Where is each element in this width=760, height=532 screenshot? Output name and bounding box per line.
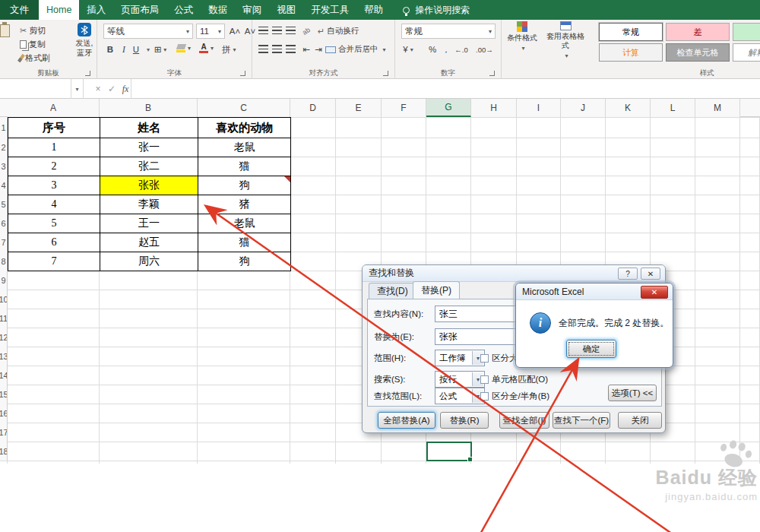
row-header-12[interactable]: 12 bbox=[0, 328, 8, 347]
cell-B7[interactable]: 赵五 bbox=[100, 233, 198, 252]
help-button[interactable]: ? bbox=[618, 268, 638, 280]
name-box-dropdown[interactable]: ▾ bbox=[71, 79, 84, 99]
column-header-C[interactable]: C bbox=[198, 99, 290, 117]
comma-style-button[interactable]: ， bbox=[439, 42, 453, 57]
column-header-D[interactable]: D bbox=[290, 99, 336, 117]
column-header-J[interactable]: J bbox=[561, 99, 606, 117]
increase-decimal-button[interactable]: ←.0 bbox=[454, 42, 468, 57]
align-bottom-icon[interactable] bbox=[286, 27, 296, 35]
row-header-18[interactable]: 18 bbox=[0, 442, 8, 461]
orientation-button[interactable]: ab bbox=[296, 21, 316, 42]
row-header-7[interactable]: 7 bbox=[0, 233, 8, 252]
copy-button[interactable]: 复制 bbox=[20, 39, 46, 50]
percent-style-button[interactable]: % bbox=[426, 42, 439, 57]
cell-A2[interactable]: 1 bbox=[8, 138, 100, 157]
column-header-E[interactable]: E bbox=[336, 99, 382, 117]
row-header-3[interactable]: 3 bbox=[0, 157, 8, 176]
cell-B5[interactable]: 李颖 bbox=[100, 195, 198, 214]
accounting-format-button[interactable]: ¥▾ bbox=[401, 42, 415, 57]
format-painter-button[interactable]: 格式刷 bbox=[20, 52, 50, 64]
tab-help[interactable]: 帮助 bbox=[356, 0, 391, 20]
tab-developer[interactable]: 开发工具 bbox=[303, 0, 356, 20]
match-cell-checkbox[interactable]: 单元格匹配(O) bbox=[480, 374, 548, 385]
cell-A6[interactable]: 5 bbox=[8, 214, 100, 233]
font-size-select[interactable]: 11▾ bbox=[196, 24, 225, 39]
cell-B8[interactable]: 周六 bbox=[100, 252, 198, 271]
close-dialog-button[interactable]: 关闭 bbox=[618, 412, 662, 429]
find-next-button[interactable]: 查找下一个(F) bbox=[553, 412, 610, 429]
cell-C7[interactable]: 猫 bbox=[198, 233, 291, 252]
row-header-4[interactable]: 4 bbox=[0, 176, 8, 195]
alignment-dialog-launcher[interactable] bbox=[383, 71, 388, 76]
tab-home[interactable]: Home bbox=[39, 0, 79, 20]
tab-formulas[interactable]: 公式 bbox=[166, 0, 201, 20]
row-header-6[interactable]: 6 bbox=[0, 214, 8, 233]
phonetic-guide-button[interactable]: 拼▾ bbox=[222, 42, 236, 57]
cell-C4[interactable]: 狗 bbox=[198, 176, 291, 195]
row-header-17[interactable]: 17 bbox=[0, 423, 8, 442]
format-as-table-button[interactable]: 套用表格格式 ▾ bbox=[544, 21, 587, 61]
replace-all-button[interactable]: 全部替换(A) bbox=[378, 412, 435, 429]
cell-style-bad[interactable]: 差 bbox=[666, 23, 730, 41]
number-dialog-launcher[interactable] bbox=[489, 71, 495, 76]
fill-color-button[interactable]: ▾ bbox=[176, 40, 191, 55]
cancel-entry-button[interactable]: × bbox=[91, 79, 105, 99]
column-header-I[interactable]: I bbox=[517, 99, 561, 117]
selected-cell[interactable] bbox=[426, 442, 472, 461]
align-middle-icon[interactable] bbox=[272, 27, 282, 35]
bold-button[interactable]: B bbox=[103, 42, 117, 57]
cell-style-calculation[interactable]: 计算 bbox=[599, 43, 663, 62]
column-header-M[interactable]: M bbox=[695, 99, 740, 117]
conditional-formatting-button[interactable]: 条件格式 ▾ bbox=[505, 21, 540, 53]
borders-button[interactable]: ⊞▾ bbox=[154, 42, 167, 57]
cell-style-good[interactable]: 好 bbox=[733, 23, 760, 41]
name-box[interactable] bbox=[0, 79, 71, 99]
font-name-select[interactable]: 等线▾ bbox=[103, 24, 193, 39]
cell-C2[interactable]: 老鼠 bbox=[198, 138, 291, 157]
formula-input[interactable] bbox=[131, 79, 760, 99]
cell-A7[interactable]: 6 bbox=[8, 233, 100, 252]
align-top-icon[interactable] bbox=[258, 27, 268, 35]
wrap-text-button[interactable]: ↵自动换行 bbox=[318, 26, 359, 36]
cell-C3[interactable]: 猫 bbox=[198, 157, 291, 176]
cell-A5[interactable]: 4 bbox=[8, 195, 100, 214]
tab-review[interactable]: 审阅 bbox=[235, 0, 269, 20]
close-button[interactable]: ✕ bbox=[641, 268, 660, 280]
column-header-H[interactable]: H bbox=[471, 99, 517, 117]
tab-replace[interactable]: 替换(P) bbox=[413, 281, 460, 299]
tab-file[interactable]: 文件 bbox=[0, 0, 39, 20]
column-header-K[interactable]: K bbox=[606, 99, 651, 117]
row-header-10[interactable]: 10 bbox=[0, 290, 8, 309]
ok-button[interactable]: 确定 bbox=[566, 340, 616, 358]
tab-insert[interactable]: 插入 bbox=[79, 0, 113, 20]
merge-center-button[interactable]: 合并后居中▾ bbox=[325, 44, 386, 55]
font-color-button[interactable]: A▾ bbox=[199, 40, 214, 55]
bluetooth-send-button[interactable]: 发送, 蓝牙 bbox=[73, 23, 96, 58]
options-button[interactable]: 选项(T) << bbox=[608, 385, 657, 401]
alert-close-button[interactable]: ✕ bbox=[641, 286, 668, 299]
cell-C6[interactable]: 老鼠 bbox=[198, 214, 291, 233]
row-header-8[interactable]: 8 bbox=[0, 252, 8, 271]
cell-style-normal[interactable]: 常规 bbox=[599, 23, 663, 41]
align-center-icon[interactable] bbox=[272, 45, 282, 53]
tab-find[interactable]: 查找(D) bbox=[369, 283, 416, 299]
column-header-F[interactable]: F bbox=[382, 99, 426, 117]
column-header-A[interactable]: A bbox=[8, 99, 100, 117]
align-left-icon[interactable] bbox=[258, 45, 268, 53]
cell-style-check[interactable]: 检查单元格 bbox=[666, 43, 730, 62]
cell-B4-highlighted[interactable]: 张张 bbox=[100, 176, 198, 195]
cell-A4[interactable]: 3 bbox=[8, 176, 100, 195]
look-in-select[interactable]: 公式▾ bbox=[435, 388, 485, 404]
cell-A8[interactable]: 7 bbox=[8, 252, 100, 271]
tab-page-layout[interactable]: 页面布局 bbox=[113, 0, 166, 20]
confirm-entry-button[interactable]: ✓ bbox=[105, 79, 119, 99]
increase-indent-button[interactable]: ⇥ bbox=[312, 42, 325, 57]
match-width-checkbox[interactable]: 区分全/半角(B) bbox=[480, 391, 549, 402]
row-header-14[interactable]: 14 bbox=[0, 366, 8, 385]
number-format-select[interactable]: 常规▾ bbox=[401, 24, 496, 39]
cell-style-explanatory[interactable]: 解释性文 bbox=[733, 43, 760, 62]
font-dialog-launcher[interactable] bbox=[240, 71, 245, 76]
tab-view[interactable]: 视图 bbox=[269, 0, 303, 20]
tab-data[interactable]: 数据 bbox=[201, 0, 235, 20]
row-header-9[interactable]: 9 bbox=[0, 271, 8, 290]
